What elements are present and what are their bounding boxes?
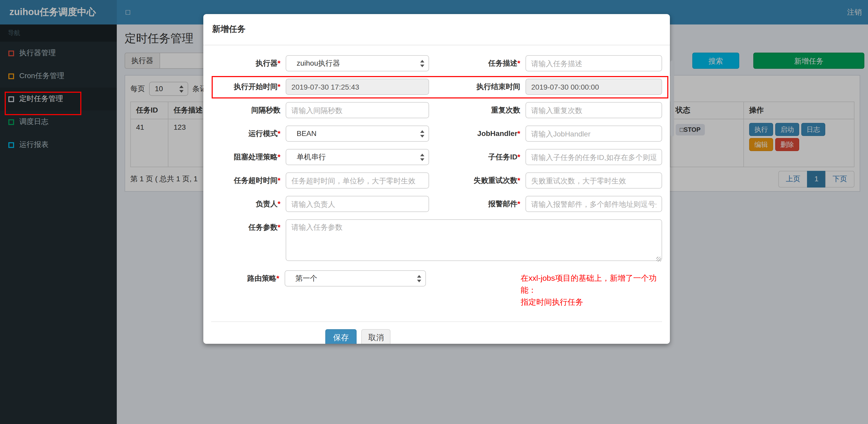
end-time-input[interactable] — [526, 79, 662, 95]
interval-seconds-label: 间隔秒数 — [203, 102, 286, 118]
child-job-id-label: 子任务ID* — [429, 149, 526, 165]
feature-note-text: 在xxl-jobs项目的基础上，新增了一个功能： 指定时间执行任务 — [521, 270, 670, 308]
job-params-textarea[interactable] — [286, 219, 662, 261]
block-strategy-label: 阻塞处理策略* — [203, 149, 286, 165]
modal-body: 执行器* zuihou执行器 任务描述* 执行开始时间* 执行结束时间 间隔秒数… — [203, 45, 670, 344]
form-row-interval-repeat: 间隔秒数 重复次数 — [203, 102, 670, 118]
form-row-timeout-retry: 任务超时时间* 失败重试次数* — [203, 172, 670, 189]
cancel-button[interactable]: 取消 — [362, 329, 391, 344]
fail-retry-input[interactable] — [526, 172, 662, 189]
fail-retry-label: 失败重试次数* — [429, 172, 526, 189]
timeout-label: 任务超时时间* — [203, 172, 286, 189]
alarm-email-input[interactable] — [526, 196, 662, 212]
block-strategy-select[interactable]: 单机串行 — [286, 149, 429, 165]
modal-footer: 保存 取消 — [203, 329, 670, 344]
select-arrows-icon — [420, 130, 424, 137]
route-strategy-select[interactable]: 第一个 — [284, 270, 426, 287]
end-time-label: 执行结束时间 — [429, 79, 526, 95]
form-row-job-params: 任务参数* — [203, 219, 670, 263]
modal-header: 新增任务 — [203, 14, 670, 45]
resize-grip-icon[interactable] — [656, 257, 661, 261]
job-desc-input[interactable] — [526, 55, 662, 71]
owner-label: 负责人* — [203, 196, 286, 212]
start-time-input[interactable] — [286, 79, 429, 95]
jobhandler-label: JobHandler* — [429, 126, 526, 142]
executor-select[interactable]: zuihou执行器 — [286, 55, 429, 71]
form-row-owner-email: 负责人* 报警邮件* — [203, 196, 670, 212]
form-row-route-strategy: 路由策略* 第一个 在xxl-jobs项目的基础上，新增了一个功能： 指定时间执… — [203, 270, 670, 308]
select-arrows-icon — [417, 275, 421, 282]
timeout-input[interactable] — [286, 172, 429, 189]
app-window: zuihou任务调度中心 □ 注销 导航 执行器管理 Cron任务管理 定时任务… — [0, 0, 868, 424]
save-button[interactable]: 保存 — [325, 329, 356, 344]
form-row-executor-desc: 执行器* zuihou执行器 任务描述* — [203, 55, 670, 71]
modal-scrollbar-thumb[interactable] — [671, 60, 674, 136]
form-row-block-childjob: 阻塞处理策略* 单机串行 子任务ID* — [203, 149, 670, 165]
child-job-id-input[interactable] — [526, 149, 662, 165]
run-mode-select[interactable]: BEAN — [286, 126, 429, 142]
repeat-count-label: 重复次数 — [429, 102, 526, 118]
spacer — [426, 270, 521, 308]
executor-label: 执行器* — [203, 55, 286, 71]
job-desc-label: 任务描述* — [429, 55, 526, 71]
jobhandler-input[interactable] — [526, 126, 662, 142]
run-mode-label: 运行模式* — [203, 126, 286, 142]
owner-input[interactable] — [286, 196, 429, 212]
route-strategy-label: 路由策略* — [203, 270, 284, 308]
job-params-label: 任务参数* — [203, 219, 286, 263]
form-row-start-end-time: 执行开始时间* 执行结束时间 — [203, 79, 670, 95]
modal-title: 新增任务 — [212, 25, 246, 33]
select-arrows-icon — [420, 153, 424, 161]
interval-seconds-input[interactable] — [286, 102, 429, 118]
footer-divider — [211, 321, 662, 322]
repeat-count-input[interactable] — [526, 102, 662, 118]
start-time-label: 执行开始时间* — [203, 79, 286, 95]
add-job-modal: 新增任务 执行器* zuihou执行器 任务描述* 执行开始时间* 执行结束时间… — [203, 14, 670, 344]
form-row-runmode-handler: 运行模式* BEAN JobHandler* — [203, 126, 670, 142]
alarm-email-label: 报警邮件* — [429, 196, 526, 212]
select-arrows-icon — [420, 60, 424, 67]
